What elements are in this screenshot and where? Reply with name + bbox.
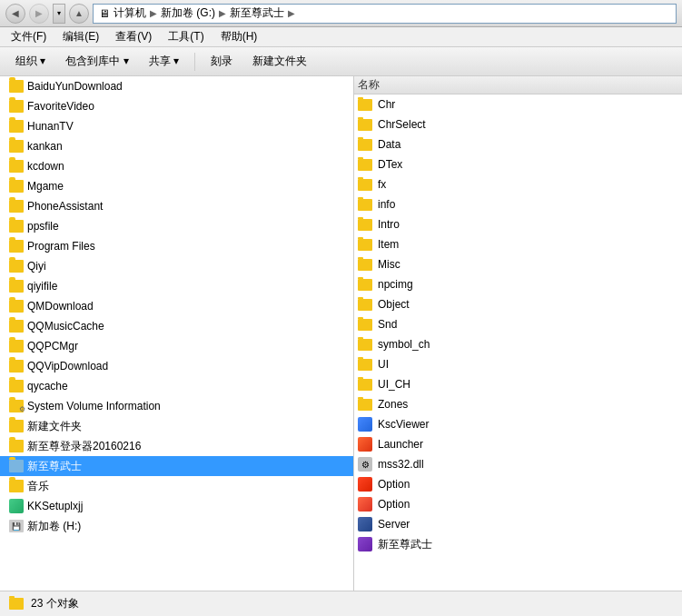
folder-system-icon	[9, 400, 24, 412]
right-item-launcher[interactable]: Launcher	[354, 434, 682, 454]
kscviewer-icon	[358, 417, 372, 432]
left-item-favoritevideo[interactable]: FavoriteVideo	[0, 96, 353, 116]
right-item-server[interactable]: Server	[354, 514, 682, 534]
left-item-xzzws[interactable]: 新至尊武士	[0, 456, 353, 476]
back-button[interactable]: ◀	[5, 4, 25, 24]
right-item-zones[interactable]: Zones	[354, 394, 682, 414]
nav-dropdown[interactable]: ▾	[53, 4, 65, 24]
menu-help[interactable]: 帮助(H)	[213, 27, 265, 46]
left-item-phoneassistant[interactable]: PhoneAssistant	[0, 196, 353, 216]
folder-icon	[358, 119, 372, 131]
left-item-qycache[interactable]: qycache	[0, 376, 353, 396]
left-item-kksetup[interactable]: KKSetuplxjj	[0, 496, 353, 516]
folder-icon	[9, 300, 24, 313]
right-item-label: Intro	[378, 218, 400, 231]
left-item-label: qycache	[27, 380, 68, 392]
right-item-chr[interactable]: Chr	[354, 94, 682, 114]
left-item-label: 新至尊登录器20160216	[27, 439, 141, 454]
left-item-mgame[interactable]: Mgame	[0, 176, 353, 196]
left-item-label: FavoriteVideo	[27, 100, 94, 113]
organize-button[interactable]: 组织 ▾	[7, 50, 54, 74]
left-item-label: HunanTV	[27, 120, 74, 133]
right-item-fx[interactable]: fx	[354, 174, 682, 194]
folder-icon	[358, 279, 372, 291]
right-item-option1[interactable]: Option	[354, 474, 682, 494]
share-button[interactable]: 共享 ▾	[141, 50, 187, 74]
left-item-systemvolume[interactable]: System Volume Information	[0, 396, 353, 416]
folder-icon	[358, 319, 372, 331]
left-item-label: QQPCMgr	[27, 340, 78, 353]
right-item-item[interactable]: Item	[354, 234, 682, 254]
right-item-game[interactable]: 新至尊武士	[354, 534, 682, 554]
address-sep3: ▶	[288, 8, 295, 18]
left-item-label: 音乐	[27, 479, 49, 494]
left-item-label: 新至尊武士	[27, 459, 82, 474]
column-header: 名称	[354, 76, 682, 94]
folder-icon	[358, 399, 372, 411]
left-item-label: QQVipDownload	[27, 360, 108, 373]
right-item-ui[interactable]: UI	[354, 354, 682, 374]
right-item-uich[interactable]: UI_CH	[354, 374, 682, 394]
left-item-qiyifile[interactable]: qiyifile	[0, 276, 353, 296]
status-bar: 23 个对象	[0, 591, 682, 616]
right-item-snd[interactable]: Snd	[354, 314, 682, 334]
left-item-kcdown[interactable]: kcdown	[0, 156, 353, 176]
right-item-label: Zones	[378, 398, 408, 411]
left-item-label: Qiyi	[27, 260, 46, 273]
right-item-dtex[interactable]: DTex	[354, 154, 682, 174]
right-item-label: Chr	[378, 98, 395, 111]
left-item-qiyi[interactable]: Qiyi	[0, 256, 353, 276]
left-item-hunantv[interactable]: HunanTV	[0, 116, 353, 136]
folder-icon	[9, 440, 24, 452]
up-button[interactable]: ▲	[69, 4, 89, 24]
right-item-kscviewer[interactable]: KscViewer	[354, 414, 682, 434]
server-icon	[358, 517, 372, 532]
folder-icon	[358, 299, 372, 311]
right-item-option2[interactable]: Option	[354, 494, 682, 514]
folder-icon	[358, 379, 372, 391]
left-item-baiduyun[interactable]: BaiduYunDownload	[0, 76, 353, 96]
right-item-object[interactable]: Object	[354, 294, 682, 314]
left-item-qmdownload[interactable]: QMDownload	[0, 296, 353, 316]
left-item-programfiles[interactable]: Program Files	[0, 236, 353, 256]
menu-bar: 文件(F) 编辑(E) 查看(V) 工具(T) 帮助(H)	[0, 27, 682, 47]
option1-icon	[358, 477, 372, 492]
forward-button[interactable]: ▶	[29, 4, 49, 24]
left-item-label: QQMusicCache	[27, 320, 104, 333]
left-item-label: System Volume Information	[27, 400, 161, 412]
folder-icon	[9, 360, 24, 373]
right-item-label: Launcher	[378, 438, 423, 451]
newfolder-button[interactable]: 新建文件夹	[244, 50, 315, 74]
right-item-misc[interactable]: Misc	[354, 254, 682, 274]
burn-button[interactable]: 刻录	[203, 50, 241, 74]
status-count: 23 个对象	[31, 596, 79, 611]
address-drive: 新加卷 (G:)	[161, 5, 215, 21]
left-item-yinyue[interactable]: 音乐	[0, 476, 353, 496]
right-item-label: KscViewer	[378, 418, 429, 431]
right-item-intro[interactable]: Intro	[354, 214, 682, 234]
menu-file[interactable]: 文件(F)	[4, 27, 54, 46]
address-bar[interactable]: 🖥 计算机 ▶ 新加卷 (G:) ▶ 新至尊武士 ▶	[93, 4, 677, 24]
left-item-ppsfile[interactable]: ppsfile	[0, 216, 353, 236]
left-item-kankan[interactable]: kankan	[0, 136, 353, 156]
left-item-qqvipdownload[interactable]: QQVipDownload	[0, 356, 353, 376]
right-item-npcimg[interactable]: npcimg	[354, 274, 682, 294]
right-item-symbolch[interactable]: symbol_ch	[354, 334, 682, 354]
left-item-newfolder[interactable]: 新建文件夹	[0, 416, 353, 436]
menu-tools[interactable]: 工具(T)	[161, 27, 211, 46]
menu-view[interactable]: 查看(V)	[108, 27, 159, 46]
left-item-qqpcmgr[interactable]: QQPCMgr	[0, 336, 353, 356]
folder-icon	[9, 240, 24, 253]
left-item-drive-h[interactable]: 💾 新加卷 (H:)	[0, 516, 353, 536]
right-item-chrselect[interactable]: ChrSelect	[354, 114, 682, 134]
left-item-label: ppsfile	[27, 220, 59, 233]
left-item-qqmusiccache[interactable]: QQMusicCache	[0, 316, 353, 336]
address-computer: 计算机	[114, 5, 146, 21]
right-item-info[interactable]: info	[354, 194, 682, 214]
menu-edit[interactable]: 编辑(E)	[55, 27, 106, 46]
library-button[interactable]: 包含到库中 ▾	[57, 50, 136, 74]
right-item-data[interactable]: Data	[354, 134, 682, 154]
right-item-mss32[interactable]: ⚙ mss32.dll	[354, 454, 682, 474]
left-item-label: qiyifile	[27, 280, 57, 293]
left-item-xzzdjq[interactable]: 新至尊登录器20160216	[0, 436, 353, 456]
